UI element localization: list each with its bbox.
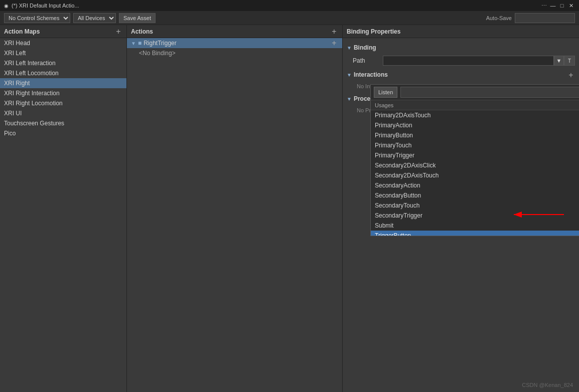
dropdown-list-inner: Primary2DAxisTouch PrimaryAction Primary… [371, 110, 579, 236]
app-icon: ◉ [4, 3, 9, 9]
action-map-item-xri-right-locomotion[interactable]: XRI Right Locomotion [0, 98, 126, 108]
action-maps-panel: Action Maps + XRI Head XRI Left XRI Left… [0, 25, 127, 392]
menu-button[interactable]: ⋯ [540, 2, 548, 10]
maximize-button[interactable]: □ [558, 2, 566, 10]
binding-properties-panel: Binding Properties ▼ Binding Path ▼ T [343, 25, 579, 392]
action-map-item-xri-head[interactable]: XRI Head [0, 38, 126, 48]
dropdown-column-header: Usages [371, 100, 579, 110]
control-schemes-select[interactable]: No Control Schemes [4, 13, 70, 23]
action-map-item-xri-left[interactable]: XRI Left [0, 48, 126, 58]
dropdown-overlay: Listen Usages Primary2DAxisTouch Primary… [343, 84, 579, 392]
window-title: (*) XRI Default Input Actio... [12, 3, 79, 9]
dropdown-item-primarybutton[interactable]: PrimaryButton [371, 130, 579, 140]
actions-panel: Actions + ▼ ■ RightTrigger + <No Binding… [127, 25, 343, 392]
action-map-item-xri-left-locomotion[interactable]: XRI Left Locomotion [0, 68, 126, 78]
add-binding-button[interactable]: + [330, 39, 338, 47]
path-field[interactable] [383, 56, 554, 66]
actions-title: Actions [131, 28, 153, 35]
dropdown-search-input[interactable] [400, 87, 579, 98]
binding-section: ▼ Binding Path ▼ T [347, 42, 575, 66]
minimize-button[interactable]: — [549, 2, 557, 10]
dropdown-item-primary2daxistouch[interactable]: Primary2DAxisTouch [371, 110, 579, 120]
path-type-button[interactable]: T [564, 56, 575, 66]
dropdown-item-secondarybutton[interactable]: SecondaryButton [371, 190, 579, 201]
binding-properties-header: Binding Properties [343, 25, 579, 38]
binding-expand-icon: ▼ [347, 45, 352, 51]
add-interaction-button[interactable]: + [567, 71, 575, 79]
actions-header: Actions + [127, 25, 342, 38]
dropdown-item-triggerbutton[interactable]: TriggerButton [371, 231, 579, 236]
title-bar-left: ◉ (*) XRI Default Input Actio... [4, 3, 79, 9]
add-action-button[interactable]: + [330, 28, 338, 36]
interactions-header-row: ▼ Interactions + [347, 69, 575, 80]
action-maps-header: Action Maps + [0, 25, 126, 38]
path-row: Path ▼ T [347, 55, 575, 66]
interactions-expand-icon: ▼ [347, 72, 352, 78]
action-map-item-xri-ui[interactable]: XRI UI [0, 108, 126, 118]
usages-dropdown[interactable]: Listen Usages Primary2DAxisTouch Primary… [370, 84, 579, 236]
title-bar-controls: ⋯ — □ ✕ [540, 2, 575, 10]
autosave-label: Auto-Save [486, 15, 512, 21]
action-list: ▼ ■ RightTrigger + <No Binding> [127, 38, 342, 392]
action-type-icon: ■ [138, 40, 141, 47]
search-input[interactable] [515, 13, 575, 23]
listen-button[interactable]: Listen [374, 87, 397, 98]
binding-section-header-row: ▼ Binding [347, 42, 575, 53]
action-map-item-pico[interactable]: Pico [0, 128, 126, 138]
close-button[interactable]: ✕ [567, 2, 575, 10]
action-map-item-xri-left-interaction[interactable]: XRI Left Interaction [0, 58, 126, 68]
toolbar-search-area: Auto-Save [486, 13, 575, 23]
dropdown-item-secondarytrigger[interactable]: SecondaryTrigger [371, 211, 579, 221]
footer-watermark: CSDN @Kenan_824 [522, 382, 573, 388]
all-devices-select[interactable]: All Devices [73, 13, 116, 23]
action-maps-title: Action Maps [4, 28, 40, 35]
toolbar: No Control Schemes All Devices Save Asse… [0, 11, 579, 25]
action-map-item-xri-right-interaction[interactable]: XRI Right Interaction [0, 88, 126, 98]
dropdown-listen-row: Listen [371, 85, 579, 100]
main-layout: Action Maps + XRI Head XRI Left XRI Left… [0, 25, 579, 392]
action-map-list: XRI Head XRI Left XRI Left Interaction X… [0, 38, 126, 392]
action-item-right-trigger[interactable]: ▼ ■ RightTrigger + [127, 38, 342, 48]
processors-expand-icon: ▼ [347, 96, 352, 102]
action-map-item-touchscreen-gestures[interactable]: Touchscreen Gestures [0, 118, 126, 128]
action-item-no-binding[interactable]: <No Binding> [127, 48, 342, 58]
dropdown-list[interactable]: Primary2DAxisTouch PrimaryAction Primary… [371, 110, 579, 236]
path-dropdown-button[interactable]: ▼ [554, 56, 564, 66]
dropdown-item-secondary2daxisclick[interactable]: Secondary2DAxisClick [371, 160, 579, 170]
save-asset-button[interactable]: Save Asset [119, 13, 156, 23]
expand-triangle-icon: ▼ [131, 41, 136, 46]
dropdown-item-primarytrigger[interactable]: PrimaryTrigger [371, 150, 579, 160]
dropdown-item-primarytouch[interactable]: PrimaryTouch [371, 140, 579, 150]
dropdown-item-secondaryaction[interactable]: SecondaryAction [371, 180, 579, 190]
title-bar: ◉ (*) XRI Default Input Actio... ⋯ — □ ✕ [0, 0, 579, 11]
binding-properties-title: Binding Properties [347, 28, 400, 35]
add-action-map-button[interactable]: + [114, 28, 122, 36]
dropdown-item-secondarytouch[interactable]: SecondaryTouch [371, 201, 579, 211]
dropdown-item-primaryaction[interactable]: PrimaryAction [371, 120, 579, 130]
dropdown-item-secondary2daxistouch[interactable]: Secondary2DAxisTouch [371, 170, 579, 180]
action-map-item-xri-right[interactable]: XRI Right [0, 78, 126, 88]
dropdown-item-submit[interactable]: Submit [371, 221, 579, 231]
